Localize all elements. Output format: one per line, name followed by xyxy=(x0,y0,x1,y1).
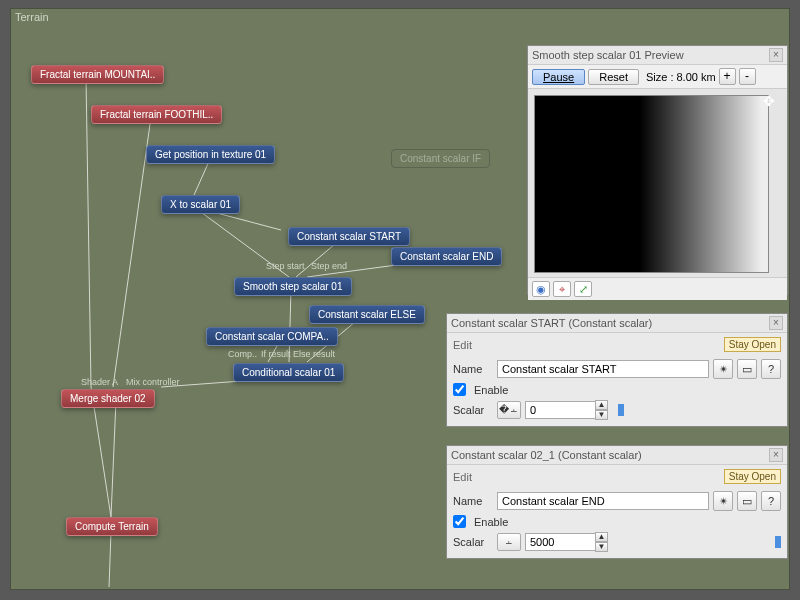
port-step-end: Step end xyxy=(311,261,347,271)
size-plus-button[interactable]: + xyxy=(719,68,736,85)
node-conditional-scalar[interactable]: Conditional scalar 01 xyxy=(233,363,344,382)
terrain-title: Terrain xyxy=(11,9,789,25)
scalar-slider[interactable] xyxy=(618,534,781,550)
port-mix-controller: Mix controller xyxy=(126,377,180,387)
spin-up-icon[interactable]: ▲ xyxy=(595,400,608,410)
preview-toolbar: Pause Reset Size : 8.00 km + - xyxy=(528,65,787,89)
target-icon[interactable]: ⌖ xyxy=(553,281,571,297)
node-fractal-foothill[interactable]: Fractal terrain FOOTHIL.. xyxy=(91,105,222,124)
node-smooth-step[interactable]: Smooth step scalar 01 xyxy=(234,277,352,296)
svg-line-0 xyxy=(86,77,91,387)
scalar-input[interactable] xyxy=(525,401,595,419)
enable-label: Enable xyxy=(474,384,508,396)
close-icon[interactable]: × xyxy=(769,316,783,330)
scalar-handle-icon[interactable]: �⫠ xyxy=(497,401,521,419)
gear-icon[interactable]: ✴ xyxy=(713,359,733,379)
prop2-title: Constant scalar 02_1 (Constant scalar) xyxy=(451,449,642,461)
preview-titlebar[interactable]: Smooth step scalar 01 Preview × xyxy=(528,46,787,65)
prop-panel-end: Constant scalar 02_1 (Constant scalar) ×… xyxy=(446,445,788,559)
stay-open-button[interactable]: Stay Open xyxy=(724,337,781,352)
node-fractal-mountain[interactable]: Fractal terrain MOUNTAI.. xyxy=(31,65,164,84)
size-minus-button[interactable]: - xyxy=(739,68,756,85)
scalar-handle-icon[interactable]: ⫠ xyxy=(497,533,521,551)
port-shader-a: Shader A xyxy=(81,377,118,387)
port-if-else: If result Else result xyxy=(261,349,335,359)
name-label: Name xyxy=(453,495,493,507)
node-compute-terrain[interactable]: Compute Terrain xyxy=(66,517,158,536)
preview-footer-tools: ◉ ⌖ ⤢ xyxy=(528,277,787,300)
fit-icon[interactable]: ⤢ xyxy=(574,281,592,297)
spin-up-icon[interactable]: ▲ xyxy=(595,532,608,542)
size-value: 8.00 km xyxy=(676,71,715,83)
preview-panel: Smooth step scalar 01 Preview × Pause Re… xyxy=(527,45,788,295)
gear-icon[interactable]: ✴ xyxy=(713,491,733,511)
enable-label: Enable xyxy=(474,516,508,528)
stay-open-button[interactable]: Stay Open xyxy=(724,469,781,484)
window-icon[interactable]: ▭ xyxy=(737,359,757,379)
eye-icon[interactable]: ◉ xyxy=(532,281,550,297)
scalar-label: Scalar xyxy=(453,536,493,548)
node-x-to-scalar[interactable]: X to scalar 01 xyxy=(161,195,240,214)
scalar-input[interactable] xyxy=(525,533,595,551)
preview-image[interactable]: ✥ xyxy=(534,95,769,273)
node-merge-shader[interactable]: Merge shader 02 xyxy=(61,389,155,408)
name-field[interactable] xyxy=(497,360,709,378)
spin-down-icon[interactable]: ▼ xyxy=(595,542,608,552)
scalar-slider[interactable] xyxy=(618,402,781,418)
close-icon[interactable]: × xyxy=(769,448,783,462)
pause-button[interactable]: Pause xyxy=(532,69,585,85)
scalar-label: Scalar xyxy=(453,404,493,416)
spin-down-icon[interactable]: ▼ xyxy=(595,410,608,420)
size-label: Size : xyxy=(646,71,674,83)
preview-gradient xyxy=(640,96,768,272)
window-icon[interactable]: ▭ xyxy=(737,491,757,511)
prop1-titlebar[interactable]: Constant scalar START (Constant scalar) … xyxy=(447,314,787,333)
help-icon[interactable]: ? xyxy=(761,359,781,379)
node-constant-compa[interactable]: Constant scalar COMPA.. xyxy=(206,327,338,346)
node-get-position[interactable]: Get position in texture 01 xyxy=(146,145,275,164)
enable-checkbox[interactable] xyxy=(453,383,466,396)
node-constant-if-ghost[interactable]: Constant scalar IF xyxy=(391,149,490,168)
svg-line-12 xyxy=(111,400,116,517)
svg-line-13 xyxy=(109,532,111,587)
node-constant-end[interactable]: Constant scalar END xyxy=(391,247,502,266)
port-step-start: Step start xyxy=(266,261,305,271)
prop-panel-start: Constant scalar START (Constant scalar) … xyxy=(446,313,788,427)
scalar-stepper[interactable]: ▲▼ xyxy=(525,400,608,420)
help-icon[interactable]: ? xyxy=(761,491,781,511)
prop1-title: Constant scalar START (Constant scalar) xyxy=(451,317,652,329)
port-comp: Comp.. xyxy=(228,349,257,359)
scalar-stepper[interactable]: ▲▼ xyxy=(525,532,608,552)
close-icon[interactable]: × xyxy=(769,48,783,62)
preview-title: Smooth step scalar 01 Preview xyxy=(532,49,684,61)
prop2-titlebar[interactable]: Constant scalar 02_1 (Constant scalar) × xyxy=(447,446,787,465)
compass-icon[interactable]: ✥ xyxy=(763,93,783,113)
node-constant-start[interactable]: Constant scalar START xyxy=(288,227,410,246)
node-constant-else[interactable]: Constant scalar ELSE xyxy=(309,305,425,324)
name-label: Name xyxy=(453,363,493,375)
name-field[interactable] xyxy=(497,492,709,510)
enable-checkbox[interactable] xyxy=(453,515,466,528)
reset-button[interactable]: Reset xyxy=(588,69,639,85)
